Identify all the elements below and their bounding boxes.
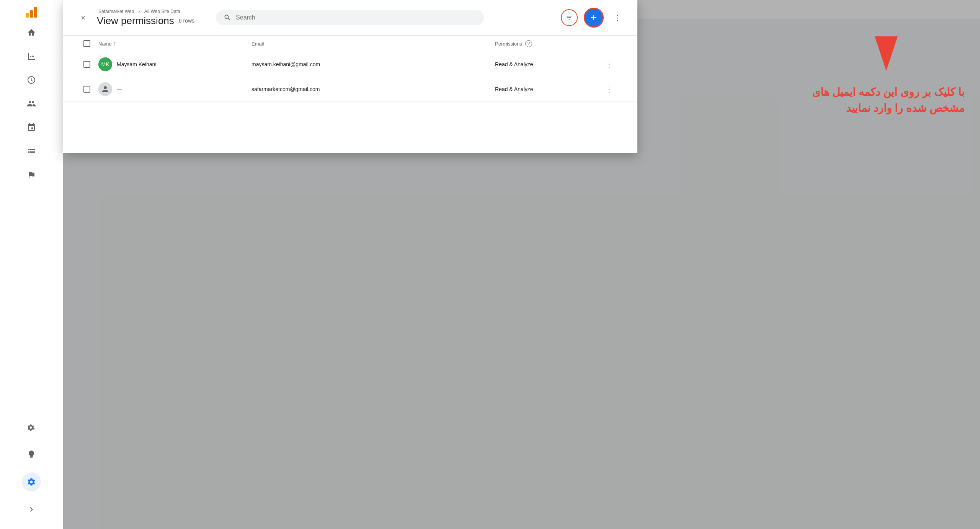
row2-name: — (98, 82, 252, 96)
th-permissions: Permissions ? (495, 40, 602, 47)
sidebar-item-reports[interactable] (22, 47, 41, 66)
row1-name: MK Maysam Keihani (98, 57, 252, 71)
modal-title: View permissions 6 rows (97, 15, 194, 27)
row2-checkbox[interactable] (83, 86, 90, 93)
row1-avatar-image: MK (98, 57, 112, 71)
row1-actions[interactable]: ⋮ (602, 57, 625, 71)
sidebar-item-settings[interactable] (22, 472, 41, 491)
select-all-checkbox[interactable] (83, 40, 90, 47)
th-name: Name ↑ (98, 40, 252, 47)
row2-avatar (98, 82, 112, 96)
more-options-button[interactable]: ⋮ (610, 10, 625, 25)
row2-actions[interactable]: ⋮ (602, 82, 625, 96)
modal-overlay: × Safarmarket Web › All Web Site Data Vi… (63, 0, 980, 529)
th-email: Email (252, 41, 495, 47)
row2-checkbox-cell (75, 86, 98, 93)
permissions-info-icon: ? (525, 40, 532, 47)
permissions-table: Name ↑ Email Permissions ? (63, 36, 637, 153)
sidebar-item-audience[interactable] (22, 94, 41, 113)
annotation-text: با کلیک بر روی این دکمه ایمیل های مشخص ش… (812, 84, 965, 116)
sidebar-item-acquisition[interactable] (22, 118, 41, 137)
row1-checkbox-cell (75, 61, 98, 68)
row1-more-menu[interactable]: ⋮ (602, 57, 616, 71)
search-input[interactable] (236, 14, 476, 21)
sidebar-item-home[interactable] (22, 23, 41, 42)
header-actions: + ⋮ (561, 8, 625, 28)
modal-title-block: Safarmarket Web › All Web Site Data View… (97, 9, 194, 27)
row1-checkbox[interactable] (83, 61, 90, 68)
sidebar-item-behavior[interactable] (22, 142, 41, 161)
svg-text:MK: MK (101, 61, 110, 67)
row2-more-menu[interactable]: ⋮ (602, 82, 616, 96)
filter-button[interactable] (561, 9, 578, 26)
arrow-down-shape (875, 36, 898, 71)
add-user-button[interactable]: + (584, 8, 604, 28)
sidebar-item-collapse[interactable] (22, 500, 41, 519)
row2-avatar-image (98, 82, 112, 96)
sidebar-item-conversions[interactable] (22, 165, 41, 184)
sidebar-item-lightbulb[interactable] (22, 445, 41, 464)
table-row: MK Maysam Keihani maysam.keihani@gmail.c… (63, 52, 637, 77)
row-count: 6 rows (179, 18, 194, 24)
header-checkbox-cell (75, 40, 98, 47)
row2-permissions: Read & Analyze (495, 86, 602, 92)
row1-permissions: Read & Analyze (495, 61, 602, 67)
sidebar-item-realtime[interactable] (22, 70, 41, 90)
search-bar[interactable] (216, 10, 484, 25)
search-icon (224, 14, 231, 21)
main-content: ADM × Safarmarket Web › All Web Site Dat… (63, 0, 980, 529)
row2-email: safarmarketcom@gmail.com (252, 86, 495, 92)
sidebar (0, 0, 63, 529)
view-permissions-modal: × Safarmarket Web › All Web Site Data Vi… (63, 0, 637, 153)
table-header: Name ↑ Email Permissions ? (63, 36, 637, 52)
analytics-logo (23, 4, 40, 21)
modal-header: × Safarmarket Web › All Web Site Data Vi… (63, 0, 637, 36)
row1-email: maysam.keihani@gmail.com (252, 61, 495, 67)
table-row: — safarmarketcom@gmail.com Read & Analyz… (63, 77, 637, 102)
sidebar-item-configure[interactable] (22, 417, 41, 436)
arrow-annotation (875, 36, 898, 71)
close-button[interactable]: × (75, 10, 91, 25)
breadcrumb: Safarmarket Web › All Web Site Data (97, 9, 194, 14)
row1-avatar: MK (98, 57, 112, 71)
filter-icon (565, 14, 573, 21)
